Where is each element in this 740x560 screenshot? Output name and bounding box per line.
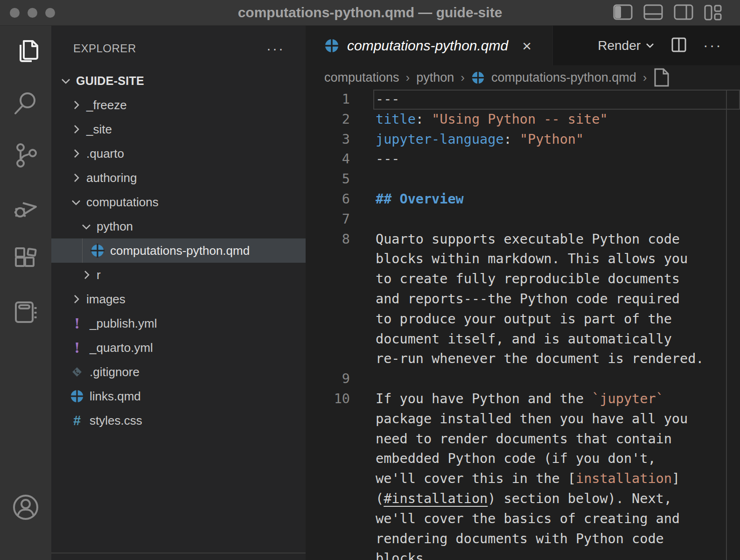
tree-item--quarto-yml[interactable]: !_quarto.yml: [51, 336, 306, 360]
code-line-3[interactable]: 3jupyter-language: "Python": [306, 130, 740, 150]
tree-item--gitignore[interactable]: .gitignore: [51, 360, 306, 384]
code-line-8-wrap-3[interactable]: and reports---the Python code required: [306, 289, 740, 309]
tab-computations-python[interactable]: computations-python.qmd ×: [306, 26, 553, 65]
code-line-10-wrap-8[interactable]: blocks.: [306, 549, 740, 560]
sidebar-item-search[interactable]: [0, 78, 51, 130]
code-line-10-wrap-5[interactable]: (#installation) section below). Next,: [306, 489, 740, 509]
tree-item--freeze[interactable]: _freeze: [51, 93, 306, 117]
sidebar-item-source-control[interactable]: [0, 130, 51, 182]
close-icon[interactable]: ×: [522, 38, 531, 54]
sidebar-item-explorer[interactable]: [0, 26, 51, 78]
code-line-9[interactable]: 9: [306, 369, 740, 389]
chevron-right-icon: [70, 147, 82, 160]
line-number[interactable]: 4: [306, 149, 350, 169]
line-number[interactable]: [306, 429, 350, 449]
line-number[interactable]: 6: [306, 189, 350, 210]
quarto-icon: [324, 38, 339, 53]
code-text: we'll cover this in the [installation]: [364, 469, 740, 489]
line-number[interactable]: 10: [306, 389, 350, 409]
line-number[interactable]: [306, 349, 350, 369]
code-line-7[interactable]: 7: [306, 210, 740, 230]
code-line-1[interactable]: 1---: [306, 90, 740, 110]
line-number[interactable]: 1: [306, 90, 350, 110]
tree-item-python[interactable]: python: [51, 214, 306, 238]
quarto-icon: [70, 389, 84, 403]
tree-item-r[interactable]: r: [51, 263, 306, 287]
code-line-10-wrap-6[interactable]: we'll cover the basics of creating and: [306, 509, 740, 529]
outline-section-header[interactable]: OUTLINE: [51, 553, 306, 560]
code-line-10-wrap-7[interactable]: rendering documents with Python code: [306, 529, 740, 549]
toggle-panel-icon[interactable]: [643, 4, 663, 21]
toggle-primary-sidebar-icon[interactable]: [613, 4, 633, 21]
customize-layout-icon[interactable]: [704, 4, 722, 21]
breadcrumb-item-0[interactable]: computations: [324, 70, 399, 85]
line-number[interactable]: 2: [306, 110, 350, 130]
code-line-10[interactable]: 10If you have Python and the `jupyter`: [306, 389, 740, 409]
code-line-8-wrap-5[interactable]: document itself, and is automatically: [306, 329, 740, 350]
breadcrumb-item-2[interactable]: computations-python.qmd: [491, 70, 636, 85]
breadcrumb-item-1[interactable]: python: [416, 70, 454, 85]
line-number[interactable]: [306, 289, 350, 309]
tree-item--publish-yml[interactable]: !_publish.yml: [51, 311, 306, 336]
code-line-4[interactable]: 4---: [306, 149, 740, 169]
line-number[interactable]: [306, 409, 350, 429]
close-button[interactable]: [10, 8, 20, 18]
code-line-8-wrap-1[interactable]: blocks within markdown. This allows you: [306, 249, 740, 269]
tree-item--quarto[interactable]: .quarto: [51, 141, 306, 166]
line-number[interactable]: [306, 549, 350, 560]
explorer-more-actions[interactable]: ···: [266, 41, 285, 56]
line-number[interactable]: [306, 309, 350, 329]
tree-item-computations-python-qmd[interactable]: computations-python.qmd: [51, 238, 306, 263]
line-number[interactable]: [306, 509, 350, 529]
line-number[interactable]: 7: [306, 210, 350, 230]
line-number[interactable]: 3: [306, 130, 350, 150]
code-line-10-wrap-1[interactable]: package installed then you have all you: [306, 409, 740, 429]
editor-more-actions[interactable]: ···: [703, 37, 722, 54]
tree-item-styles-css[interactable]: #styles.css: [51, 408, 306, 433]
accounts-button[interactable]: [0, 482, 51, 534]
code-text: (#installation) section below). Next,: [364, 489, 740, 509]
tree-item-computations[interactable]: computations: [51, 190, 306, 214]
minimize-button[interactable]: [28, 8, 37, 18]
code-line-6[interactable]: 6## Overview: [306, 189, 740, 210]
line-number[interactable]: 9: [306, 369, 350, 389]
code-line-10-wrap-2[interactable]: need to render documents that contain: [306, 429, 740, 449]
tree-item-authoring[interactable]: authoring: [51, 166, 306, 190]
code-line-10-wrap-4[interactable]: we'll cover this in the [installation]: [306, 469, 740, 489]
code-line-2[interactable]: 2title: "Using Python -- site": [306, 110, 740, 130]
render-button[interactable]: Render: [598, 38, 655, 53]
line-number[interactable]: [306, 449, 350, 469]
toggle-secondary-sidebar-icon[interactable]: [673, 4, 694, 21]
code-line-8-wrap-6[interactable]: re-run whenever the document is rendered…: [306, 349, 740, 369]
explorer-sidebar: EXPLORER ··· GUIDE-SITE_freeze_site.quar…: [51, 26, 306, 560]
code-line-10-wrap-3[interactable]: embedded Python code (if you don't,: [306, 449, 740, 469]
tree-item-guide-site[interactable]: GUIDE-SITE: [51, 69, 306, 93]
sidebar-item-run-debug[interactable]: [0, 182, 51, 235]
sidebar-item-extensions[interactable]: [0, 235, 51, 287]
line-number[interactable]: 8: [306, 230, 350, 250]
line-number[interactable]: [306, 249, 350, 269]
code-line-8[interactable]: 8Quarto supports executable Python code: [306, 230, 740, 250]
tree-item-label: _publish.yml: [90, 316, 157, 331]
split-editor-icon[interactable]: [670, 36, 687, 55]
line-number[interactable]: [306, 269, 350, 289]
code-line-8-wrap-2[interactable]: to create fully reproducible documents: [306, 269, 740, 289]
line-number[interactable]: [306, 329, 350, 350]
code-text: [364, 169, 740, 189]
sidebar-item-notebook[interactable]: [0, 287, 51, 339]
yaml-icon: !: [74, 340, 80, 356]
line-number[interactable]: [306, 469, 350, 489]
code-editor[interactable]: 1---2title: "Using Python -- site"3jupyt…: [306, 90, 740, 560]
tree-item-label: r: [97, 268, 101, 282]
line-number[interactable]: 5: [306, 169, 350, 189]
code-text: we'll cover the basics of creating and: [364, 509, 740, 529]
code-line-8-wrap-4[interactable]: to produce your output is part of the: [306, 309, 740, 329]
file-icon: [653, 68, 670, 87]
tree-item-images[interactable]: images: [51, 287, 306, 311]
tree-item-links-qmd[interactable]: links.qmd: [51, 384, 306, 408]
code-line-5[interactable]: 5: [306, 169, 740, 189]
line-number[interactable]: [306, 489, 350, 509]
zoom-button[interactable]: [45, 8, 55, 18]
line-number[interactable]: [306, 529, 350, 549]
tree-item--site[interactable]: _site: [51, 117, 306, 141]
